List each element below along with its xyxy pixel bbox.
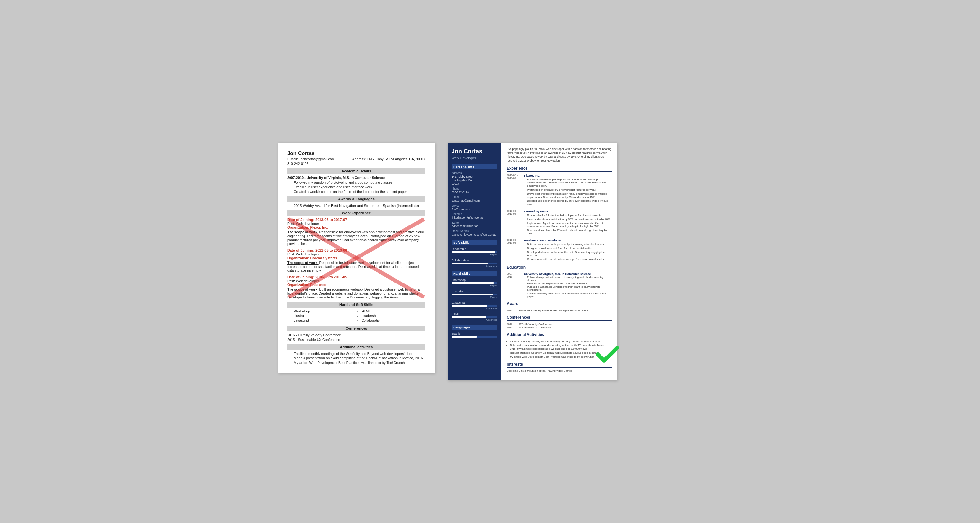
list-item: Excelled in user experience and user int… [527,282,612,285]
sidebar-phone: Phone 310-242-0196 [452,187,498,194]
right-job1: 2013-06 -2017-07 Flexor, Inc. Full stack… [507,174,612,207]
html-fill [452,316,487,318]
list-item: Excelled in user experience and user int… [294,185,425,189]
sidebar-leadership-skill: Leadership Expert [452,247,498,256]
right-sidebar: Jon Cortas Web Developer Personal Info A… [448,143,501,380]
right-conferences-section: Conferences 2016 O'Reilly Velocity Confe… [507,315,612,329]
right-interests-text: Collecting Vinyls, Mountain biking, Play… [507,369,612,372]
right-award-title: Award [507,301,612,307]
left-job3: Date of Joining: 2010-06 to 2011-05 Post… [287,275,425,299]
right-award-section: Award 2015 Received a Webby Award for Be… [507,301,612,312]
right-conferences-title: Conferences [507,315,612,321]
right-job2-dates: 2011-05 -2013-06 [507,210,521,215]
list-item: Created a website and donations webapp f… [527,258,612,261]
left-job3-post: Post: Web developer [287,279,425,283]
list-item: Javascript [294,318,358,322]
left-conf-header: Conferences [287,326,425,331]
list-item: Photoshop [294,309,358,313]
right-edu1-degree: University of Virginia, M.S. in Computer… [524,272,612,276]
list-item: Decreased lead times by 30% and reduced … [527,229,612,235]
sidebar-stackoverflow: StackOverflow stackoverflow.com/users/Jo… [452,229,498,237]
left-job2-date: Date of Joining: 2011-05 to 2013-06 [287,248,425,252]
javascript-track [452,305,498,307]
left-skills-header: Hard and Soft Skills [287,302,425,308]
right-experience-section: Experience 2013-06 -2017-07 Flexor, Inc.… [507,166,612,262]
left-activities-header: Additonal activities [287,344,425,350]
left-job3-org: Organization: Freelance [287,283,425,287]
left-job2-scope: The scope of work: Responsible for full … [287,261,425,272]
right-job3-bullets: Built an ecommerce webapp to sell potty … [524,243,612,261]
list-item: HTML [361,309,426,313]
right-edu1-bullets: Followed my passion in a core of prototy… [524,276,612,298]
right-job3: 2010-06 -2011-05 Freelance Web Developer… [507,238,612,262]
spanish-fill [452,336,477,338]
left-contact: E-Mail: Johncortas@gmail.com Address: 14… [287,157,425,161]
right-job2: 2011-05 -2013-06 Corend Systems Responsi… [507,210,612,236]
right-education-title: Education [507,265,612,270]
right-job1-bullets: Full stack web developer responsible for… [524,178,612,207]
right-job2-company: Corend Systems [524,210,612,213]
javascript-fill [452,305,487,307]
left-academic-bullets: Followed my passion of prototyping and c… [287,181,425,194]
list-item: Designed a customer web form for a local… [527,247,612,250]
sidebar-address: Address 1417 Libby Street Los Angeles, C… [452,172,498,186]
right-job1-dates: 2013-06 -2017-07 [507,174,521,180]
right-job2-bullets: Responsible for full stack web developme… [524,214,612,235]
right-activities-title: Additional Activities [507,332,612,338]
sidebar-personal-header: Personal Info [452,164,498,169]
left-conf2: 2015 - Sustainable UX Conference [287,338,425,342]
left-phone: 310-242-0196 [287,162,425,165]
right-job3-company: Freelance Web Developer [524,238,612,242]
left-job2: Date of Joining: 2011-05 to 2013-06 Post… [287,248,425,272]
sidebar-hard-skills-header: Hard Skills [452,271,498,276]
left-work-header: Work Experience [287,210,425,216]
right-summary: Eye-poppingly prolific, full stack web d… [507,147,612,163]
list-item: Responsible for full stack web developme… [527,214,612,217]
right-job1-company: Flexor, Inc. [524,174,612,177]
sidebar-address-line3: 90017 [452,182,498,186]
sidebar-collaboration-skill: Collaboration Advanced [452,259,498,267]
left-academic-header: Academic Details [287,168,425,174]
list-item: My article Web Development Best Practice… [294,361,425,365]
list-item: Increased customer satisfaction by 35% a… [527,218,612,221]
sidebar-address-line2: Los Angeles, CA [452,178,498,182]
left-lang1: Spanish (intermediate) [383,203,419,208]
list-item: Pursued a Generalist Scholars Program gr… [527,285,612,291]
list-item: Followed my passion in a core of prototy… [527,276,612,281]
list-item: Full stack web developer responsible for… [527,178,612,188]
sidebar-spanish-lang: Spanish [452,332,498,338]
list-item: Boosted user experience scores by 55% ov… [527,199,612,206]
html-track [452,316,498,318]
sidebar-address-line1: 1417 Libby Street [452,175,498,178]
left-awards-row: 2015 Webby Award for Best Navigation and… [287,203,425,208]
list-item: Collaboration [361,318,426,322]
resume-good: Jon Cortas Web Developer Personal Info A… [448,143,617,380]
left-conf1: 2016 - O'Reilly Velocity Conference [287,333,425,337]
list-item: Implemented Agile/Lean development proce… [527,222,612,229]
collaboration-track [452,262,498,264]
sidebar-soft-skills-header: Soft Skills [452,240,498,245]
resume-bad: Jon Cortas E-Mail: Johncortas@gmail.com … [278,143,434,373]
right-title: Web Developer [452,156,498,160]
leadership-fill [452,251,495,253]
sidebar-email: E-mail JonCortas@gmail.com [452,196,498,203]
collaboration-fill [452,262,488,264]
left-job3-date: Date of Joining: 2010-06 to 2011-05 [287,275,425,279]
list-item: Followed my passion of prototyping and c… [294,181,425,184]
left-activities-list: Facilitate monthly meetings of the Webfi… [287,351,425,365]
right-name: Jon Cortas [452,148,498,155]
list-item: Built an ecommerce webapp to sell potty … [527,243,612,246]
list-item: Illustrator [294,314,358,318]
list-item: Drove best practice implementation for 2… [527,192,612,199]
right-experience-title: Experience [507,166,612,172]
sidebar-html-skill: HTML Advanced [452,313,498,321]
left-academic-subtitle: 2007-2010 - University of Virginia, M.S.… [287,176,385,180]
right-job3-dates: 2010-06 -2011-05 [507,238,521,245]
list-item: Facilitate monthly meetings of the Webfi… [294,351,425,356]
photoshop-track [452,282,498,284]
left-job2-post: Post: Web developer [287,252,425,256]
left-email-line: E-Mail: Johncortas@gmail.com [287,157,334,161]
sidebar-photoshop-skill: Photoshop Expert [452,278,498,287]
sidebar-javascript-skill: Javascript Advanced [452,301,498,310]
left-award1: 2015 Webby Award for Best Navigation and… [294,203,379,208]
